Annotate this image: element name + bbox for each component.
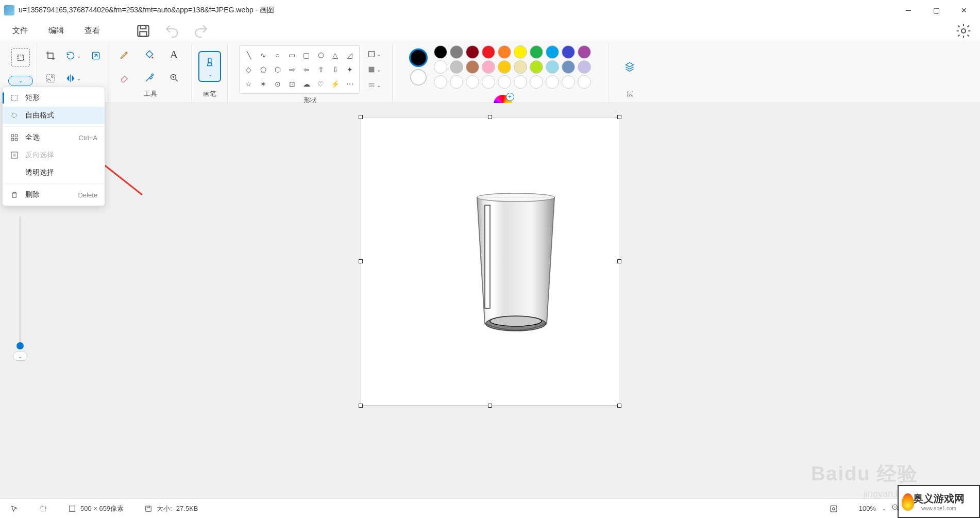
color-swatch[interactable] xyxy=(530,75,543,89)
shape-triangle[interactable]: △ xyxy=(329,49,342,61)
layers-button[interactable] xyxy=(620,57,639,76)
side-zoom-slider[interactable]: ⌄ xyxy=(12,216,28,361)
shape-arrow-right[interactable]: ⇨ xyxy=(286,63,298,76)
menu-item-transparent-selection[interactable]: 透明选择 xyxy=(3,164,105,181)
shape-4star[interactable]: ✦ xyxy=(344,63,356,76)
color-swatch[interactable] xyxy=(450,75,463,89)
color-swatch[interactable] xyxy=(466,45,479,59)
zoom-dropdown[interactable]: ⌄ xyxy=(882,506,886,511)
close-button[interactable]: ✕ xyxy=(952,2,976,19)
menu-file[interactable]: 文件 xyxy=(8,24,32,38)
maximize-button[interactable]: ▢ xyxy=(924,2,948,19)
crop-button[interactable] xyxy=(41,46,60,65)
color-swatch[interactable] xyxy=(546,45,559,59)
color-swatch[interactable] xyxy=(482,60,495,74)
resize-handle[interactable] xyxy=(488,404,492,408)
shape-hexagon[interactable]: ⬡ xyxy=(272,63,284,76)
shape-pentagon[interactable]: ⬠ xyxy=(257,63,269,76)
color-swatch[interactable] xyxy=(562,45,575,59)
shape-arrow-down[interactable]: ⇩ xyxy=(329,63,342,76)
flip-button[interactable]: ⌄ xyxy=(64,69,82,88)
magnifier-tool[interactable] xyxy=(165,69,183,87)
resize-handle[interactable] xyxy=(359,259,363,263)
line-width-button[interactable]: ⌄ xyxy=(367,79,381,91)
menu-item-select-all[interactable]: 全选 Ctrl+A xyxy=(3,129,105,146)
eraser-tool[interactable] xyxy=(115,69,134,87)
color-swatch[interactable] xyxy=(546,75,559,89)
color-swatch[interactable] xyxy=(434,75,447,89)
color-swatch[interactable] xyxy=(482,75,495,89)
color-swatch[interactable] xyxy=(466,75,479,89)
color-swatch[interactable] xyxy=(498,75,511,89)
color-swatch[interactable] xyxy=(498,60,511,74)
resize-handle[interactable] xyxy=(488,115,492,119)
resize-handle[interactable] xyxy=(617,404,621,408)
color-swatch[interactable] xyxy=(530,45,543,59)
color-swatch[interactable] xyxy=(578,75,591,89)
redo-button[interactable] xyxy=(193,23,209,39)
color-swatch[interactable] xyxy=(562,75,575,89)
shape-roundrect[interactable]: ▢ xyxy=(300,49,313,61)
color-swatch[interactable] xyxy=(434,45,447,59)
shape-diamond[interactable]: ◇ xyxy=(243,63,255,76)
color-swatch[interactable] xyxy=(434,60,447,74)
minimize-button[interactable]: ─ xyxy=(897,2,920,19)
shape-rect[interactable]: ▭ xyxy=(286,49,298,61)
menu-item-rectangle-selection[interactable]: 矩形 xyxy=(3,89,105,107)
rotate-button[interactable]: ⌄ xyxy=(64,46,82,65)
shape-polygon[interactable]: ⬠ xyxy=(315,49,327,61)
color-swatch[interactable] xyxy=(514,45,527,59)
shape-5star[interactable]: ☆ xyxy=(243,78,255,90)
shape-fill-button[interactable]: ⌄ xyxy=(367,63,381,76)
resize-button[interactable] xyxy=(87,46,105,65)
shape-lightning[interactable]: ⚡ xyxy=(329,78,342,90)
color-swatch[interactable] xyxy=(546,60,559,74)
selection-tool-button[interactable] xyxy=(11,48,30,67)
shape-heart[interactable]: ♡ xyxy=(315,78,327,90)
shape-curve[interactable]: ∿ xyxy=(257,49,269,61)
canvas[interactable] xyxy=(361,118,619,405)
color-swatch[interactable] xyxy=(450,45,463,59)
remove-background-button[interactable] xyxy=(41,69,60,88)
fit-to-window-button[interactable] xyxy=(829,504,838,513)
color-swatch[interactable] xyxy=(530,60,543,74)
pencil-tool[interactable] xyxy=(115,45,134,64)
shape-callout-round[interactable]: ⊙ xyxy=(272,78,284,90)
resize-handle[interactable] xyxy=(617,259,621,263)
shape-callout-rect[interactable]: ⊡ xyxy=(286,78,298,90)
color-swatch[interactable] xyxy=(514,60,527,74)
resize-handle[interactable] xyxy=(617,115,621,119)
color-swatch[interactable] xyxy=(482,45,495,59)
color-swatch[interactable] xyxy=(466,60,479,74)
shape-right-triangle[interactable]: ◿ xyxy=(344,49,356,61)
shape-outline-button[interactable]: ⌄ xyxy=(367,48,381,60)
primary-color[interactable] xyxy=(409,48,428,67)
shape-arrow-up[interactable]: ⇧ xyxy=(315,63,327,76)
resize-handle[interactable] xyxy=(359,404,363,408)
fill-tool[interactable] xyxy=(140,45,159,64)
resize-handle[interactable] xyxy=(359,115,363,119)
selection-dropdown-button[interactable]: ⌄ xyxy=(8,76,33,86)
color-swatch[interactable] xyxy=(450,60,463,74)
shape-callout-cloud[interactable]: ☁ xyxy=(300,78,313,90)
color-swatch[interactable] xyxy=(578,60,591,74)
color-swatch[interactable] xyxy=(514,75,527,89)
shape-more[interactable]: ⋯ xyxy=(344,78,356,90)
color-swatch[interactable] xyxy=(578,45,591,59)
text-tool[interactable]: A xyxy=(165,45,183,64)
menu-view[interactable]: 查看 xyxy=(80,24,104,38)
eyedropper-tool[interactable] xyxy=(140,69,159,87)
menu-edit[interactable]: 编辑 xyxy=(44,24,68,38)
shape-oval[interactable]: ○ xyxy=(272,49,284,61)
shape-line[interactable]: ╲ xyxy=(243,49,255,61)
color-swatch[interactable] xyxy=(562,60,575,74)
settings-button[interactable] xyxy=(955,23,972,39)
color-swatch[interactable] xyxy=(498,45,511,59)
shape-arrow-left[interactable]: ⇦ xyxy=(300,63,313,76)
undo-button[interactable] xyxy=(164,23,180,39)
brush-tool[interactable]: ⌄ xyxy=(198,51,221,82)
menu-item-delete[interactable]: 删除 Delete xyxy=(3,186,105,204)
shape-6star[interactable]: ✶ xyxy=(257,78,269,90)
save-button[interactable] xyxy=(135,23,151,39)
menu-item-freeform-selection[interactable]: 自由格式 xyxy=(3,107,105,124)
